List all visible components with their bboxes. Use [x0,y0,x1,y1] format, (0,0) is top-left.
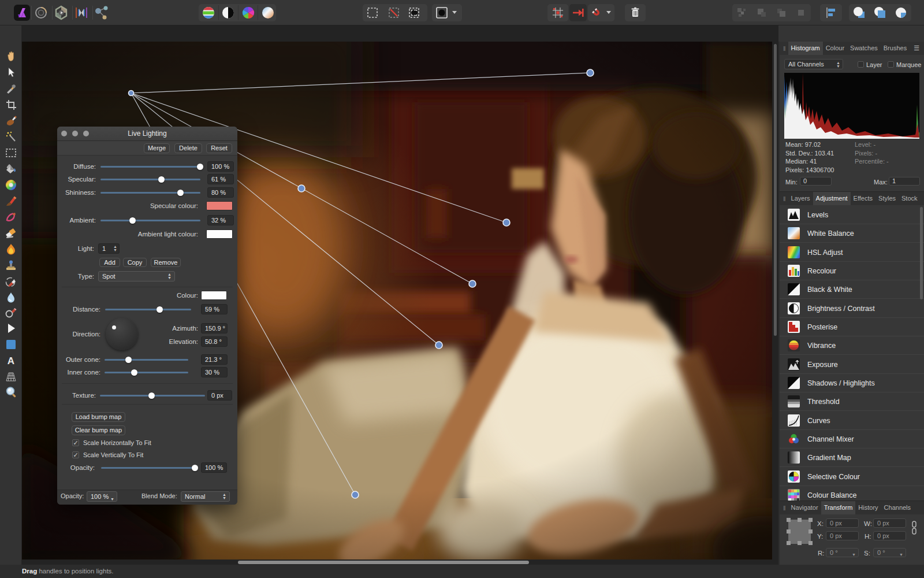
svg-text:A: A [8,355,14,366]
